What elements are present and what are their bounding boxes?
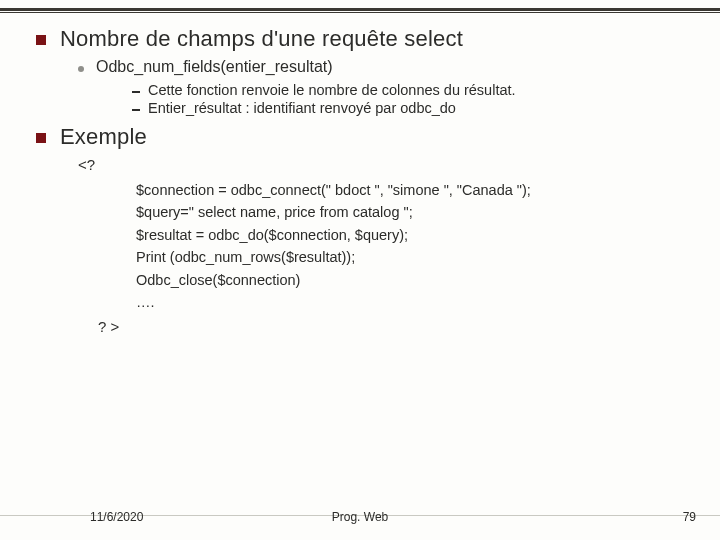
footer-page-number: 79: [683, 510, 696, 524]
bullet-level2: Odbc_num_fields(entier_resultat): [78, 58, 690, 76]
php-open-tag: <?: [78, 156, 690, 173]
square-bullet-icon: [36, 35, 46, 45]
dash-bullet-icon: [132, 91, 140, 93]
code-line: ….: [136, 291, 690, 313]
function-signature: Odbc_num_fields(entier_resultat): [96, 58, 333, 76]
description-line: Cette fonction renvoie le nombre de colo…: [148, 82, 516, 98]
code-line: $resultat = odbc_do($connection, $query)…: [136, 224, 690, 246]
code-line: $connection = odbc_connect(" bdoct ", "s…: [136, 179, 690, 201]
php-close-tag: ? >: [98, 318, 690, 335]
code-block: $connection = odbc_connect(" bdoct ", "s…: [136, 179, 690, 314]
bullet-level3: Entier_résultat : identifiant renvoyé pa…: [132, 100, 690, 116]
dot-bullet-icon: [78, 66, 84, 72]
code-line: Print (odbc_num_rows($resultat));: [136, 246, 690, 268]
footer-title: Prog. Web: [0, 510, 720, 524]
slide-content: Nombre de champs d'une requête select Od…: [36, 26, 690, 490]
section-title-2: Exemple: [60, 124, 147, 150]
slide-footer: 11/6/2020 Prog. Web 79: [0, 504, 720, 528]
description-line: Entier_résultat : identifiant renvoyé pa…: [148, 100, 456, 116]
code-line: $query=" select name, price from catalog…: [136, 201, 690, 223]
square-bullet-icon: [36, 133, 46, 143]
dash-bullet-icon: [132, 109, 140, 111]
section-title-1: Nombre de champs d'une requête select: [60, 26, 463, 52]
bullet-level3: Cette fonction renvoie le nombre de colo…: [132, 82, 690, 98]
code-line: Odbc_close($connection): [136, 269, 690, 291]
header-rule: [0, 8, 720, 11]
bullet-level1: Exemple: [36, 124, 690, 150]
bullet-level1: Nombre de champs d'une requête select: [36, 26, 690, 52]
